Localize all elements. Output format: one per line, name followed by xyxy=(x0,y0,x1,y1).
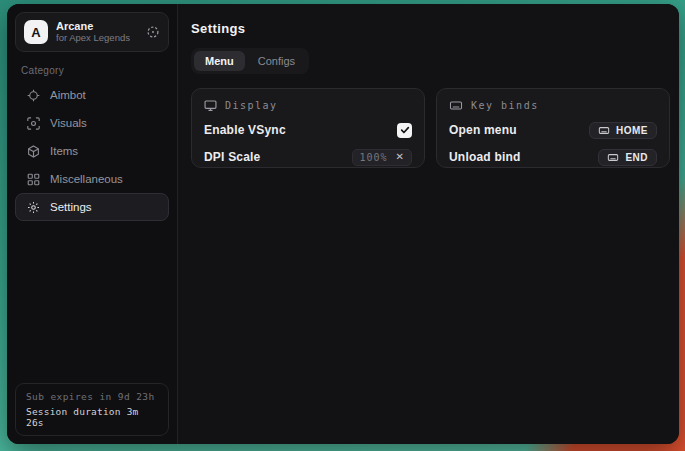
open-menu-keybind-button[interactable]: HOME xyxy=(589,122,657,139)
sidebar-item-settings[interactable]: Settings xyxy=(15,193,169,221)
close-icon[interactable]: ✕ xyxy=(396,152,404,162)
settings-cards: Display Enable VSync DPI Scale 100% ✕ xyxy=(191,88,670,168)
setting-row-unload-bind: Unload bind END xyxy=(449,148,657,166)
unload-keybind-button[interactable]: END xyxy=(598,149,657,166)
display-card-title: Display xyxy=(225,100,278,111)
keybinds-card: Key binds Open menu HOME xyxy=(436,88,670,168)
sidebar-item-label: Items xyxy=(50,145,78,157)
sidebar-item-label: Miscellaneous xyxy=(50,173,123,185)
display-card-header: Display xyxy=(204,99,412,112)
keyboard-icon xyxy=(598,125,610,136)
sidebar-nav: Aimbot Visuals Items xyxy=(15,81,169,221)
dpi-label: DPI Scale xyxy=(204,150,261,164)
grid-icon xyxy=(26,173,40,186)
gear-icon xyxy=(26,201,40,214)
app-subtitle: for Apex Legends xyxy=(56,33,130,44)
sidebar-item-label: Visuals xyxy=(50,117,87,129)
sidebar: A Arcane for Apex Legends Category xyxy=(7,4,178,444)
vsync-label: Enable VSync xyxy=(204,123,286,137)
sidebar-item-aimbot[interactable]: Aimbot xyxy=(15,81,169,109)
eye-scan-icon xyxy=(26,117,40,130)
keybinds-card-title: Key binds xyxy=(471,100,539,111)
open-menu-key: HOME xyxy=(616,125,648,136)
app-name: Arcane xyxy=(56,20,130,33)
setting-row-vsync: Enable VSync xyxy=(204,121,412,139)
sidebar-item-visuals[interactable]: Visuals xyxy=(15,109,169,137)
tab-menu[interactable]: Menu xyxy=(194,51,245,71)
unload-key: END xyxy=(625,152,648,163)
package-icon xyxy=(26,145,40,158)
open-menu-label: Open menu xyxy=(449,123,517,137)
dpi-scale-value: 100% xyxy=(360,152,388,163)
keybinds-card-header: Key binds xyxy=(449,99,657,112)
monitor-icon xyxy=(204,99,217,112)
sub-expires-text: Sub expires in 9d 23h xyxy=(26,391,158,402)
subscription-info-card: Sub expires in 9d 23h Session duration 3… xyxy=(15,383,169,436)
vsync-checkbox[interactable] xyxy=(397,123,412,138)
tab-configs[interactable]: Configs xyxy=(247,51,306,71)
category-label: Category xyxy=(21,65,163,76)
unload-bind-label: Unload bind xyxy=(449,150,521,164)
app-meta: Arcane for Apex Legends xyxy=(56,20,130,44)
sidebar-item-items[interactable]: Items xyxy=(15,137,169,165)
sidebar-item-label: Aimbot xyxy=(50,89,86,101)
app-window: A Arcane for Apex Legends Category xyxy=(7,4,679,444)
app-logo: A xyxy=(24,20,48,44)
sidebar-item-miscellaneous[interactable]: Miscellaneous xyxy=(15,165,169,193)
keyboard-icon xyxy=(449,99,463,112)
display-card: Display Enable VSync DPI Scale 100% ✕ xyxy=(191,88,425,168)
crosshair-icon xyxy=(26,89,40,102)
setting-row-open-menu: Open menu HOME xyxy=(449,121,657,139)
target-icon[interactable] xyxy=(146,25,160,39)
keyboard-icon xyxy=(607,152,619,163)
app-header-card[interactable]: A Arcane for Apex Legends xyxy=(15,12,169,52)
sidebar-item-label: Settings xyxy=(50,201,92,213)
dpi-scale-input[interactable]: 100% ✕ xyxy=(352,149,412,166)
page-title: Settings xyxy=(191,21,670,36)
main-content: Settings Menu Configs Display E xyxy=(178,4,679,444)
setting-row-dpi: DPI Scale 100% ✕ xyxy=(204,148,412,166)
tab-bar: Menu Configs xyxy=(191,48,309,74)
session-duration-text: Session duration 3m 26s xyxy=(26,406,158,428)
